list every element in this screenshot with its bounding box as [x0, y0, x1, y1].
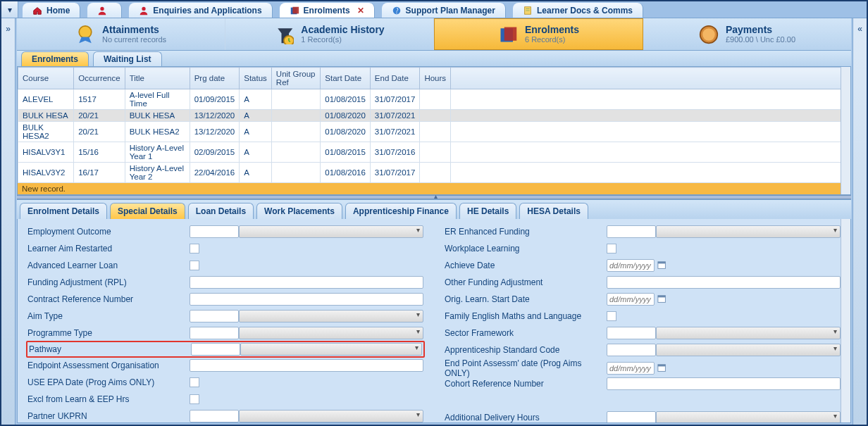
table-row[interactable]: HISALV3Y216/17History A-Level Year 222/0… [18, 163, 850, 183]
text-input[interactable] [607, 225, 656, 238]
grid-cell [271, 163, 320, 183]
date-input[interactable] [607, 293, 655, 306]
dropdown[interactable] [239, 410, 423, 422]
detail-tab-row: Enrolment DetailsSpecial DetailsLoan Det… [17, 199, 851, 219]
calendar-icon[interactable] [657, 261, 667, 270]
field-label: Cohort Reference Number [445, 379, 607, 389]
grid-header[interactable]: Course [18, 68, 74, 89]
detail-tab-he-details[interactable]: HE Details [459, 203, 516, 219]
svg-rect-14 [504, 27, 517, 40]
app-tab-support-plan-manager[interactable]: Support Plan Manager [382, 3, 506, 18]
detail-tab-apprenticeship-finance[interactable]: Apprenticeship Finance [345, 203, 457, 219]
dropdown[interactable] [240, 343, 422, 356]
expand-right-rail[interactable]: « [852, 18, 867, 425]
grid-header[interactable]: Unit Group Ref [271, 68, 320, 89]
checkbox[interactable] [190, 261, 199, 270]
field-label: ER Enhanced Funding [445, 227, 607, 237]
grid-header[interactable]: Occurrence [74, 68, 125, 89]
grid-cell: 01/08/2016 [321, 163, 371, 183]
summary-card-enrolments[interactable]: Enrolments6 Record(s) [434, 18, 643, 50]
svg-point-2 [101, 6, 104, 10]
date-input[interactable] [607, 362, 655, 375]
grid-scrollbar[interactable] [841, 67, 850, 194]
expand-left-rail[interactable]: » [1, 18, 16, 425]
summary-card-attainments[interactable]: AttainmentsNo current records [17, 18, 225, 50]
app-tab-enquiries-and-applications[interactable]: Enquiries and Applications [129, 3, 272, 18]
detail-tab-special-details[interactable]: Special Details [110, 203, 185, 219]
detail-tab-work-placements[interactable]: Work Placements [256, 203, 342, 219]
text-input[interactable] [190, 225, 239, 238]
field-label: Achieve Date [445, 261, 607, 270]
field-funding-adjustment-rpl-: Funding Adjustment (RPL) [27, 274, 423, 291]
checkbox[interactable] [190, 377, 199, 387]
grid-header[interactable]: Hours [420, 68, 451, 89]
grid-cell: 13/12/2020 [190, 110, 240, 122]
grid-header[interactable]: End Date [370, 68, 420, 89]
field-label: Family English Maths and Language [445, 311, 607, 321]
table-row[interactable]: BULK HESA20/21BULK HESA13/12/2020A01/08/… [18, 110, 850, 122]
text-input[interactable] [607, 276, 841, 289]
grid-cell [271, 110, 320, 122]
enrolment-grid[interactable]: CourseOccurrenceTitlePrg dateStatusUnit … [18, 67, 850, 183]
dropdown[interactable] [239, 327, 423, 339]
dropdown[interactable] [656, 411, 841, 423]
text-input[interactable] [190, 276, 423, 289]
app-tab-learner-docs-comms[interactable]: Learner Docs & Comms [513, 3, 643, 18]
text-input[interactable] [190, 310, 239, 322]
dropdown[interactable] [656, 344, 841, 356]
app-tab-learner[interactable] [87, 3, 122, 18]
detail-tab-hesa-details[interactable]: HESA Details [519, 203, 588, 219]
field-label: Funding Adjustment (RPL) [27, 277, 190, 287]
grid-cell: 20/21 [74, 110, 125, 122]
dropdown[interactable] [656, 327, 841, 339]
detail-tab-enrolment-details[interactable]: Enrolment Details [20, 203, 107, 219]
dropdown[interactable] [239, 310, 423, 322]
text-input[interactable] [607, 327, 656, 339]
calendar-icon[interactable] [657, 294, 667, 304]
field-label: Partner UKPRN [27, 411, 190, 421]
detail-tab-loan-details[interactable]: Loan Details [188, 203, 254, 219]
detail-resize-handle[interactable] [17, 195, 851, 199]
field-label: Excl from Learn & EEP Hrs [27, 394, 190, 404]
app-menu-dropdown[interactable]: ▾ [1, 1, 18, 18]
grid-header[interactable]: Title [125, 68, 190, 89]
dropdown[interactable] [239, 225, 423, 238]
app-tab-enrolments[interactable]: Enrolments✕ [280, 3, 375, 18]
card-subtitle: 1 Record(s) [301, 35, 384, 44]
checkbox[interactable] [190, 244, 199, 253]
checkbox[interactable] [190, 394, 199, 404]
dropdown[interactable] [656, 225, 841, 238]
enrol-icon [498, 25, 518, 44]
text-input[interactable] [607, 344, 656, 356]
field-family-english-maths-and-language: Family English Maths and Language [445, 308, 841, 325]
field-employment-outcome: Employment Outcome [27, 223, 423, 240]
sub-tab-waiting-list[interactable]: Waiting List [93, 51, 162, 66]
svg-rect-5 [292, 6, 299, 13]
date-input[interactable] [607, 259, 655, 272]
field-excl-from-learn-eep-hrs: Excl from Learn & EEP Hrs [27, 391, 423, 408]
calendar-icon[interactable] [657, 363, 667, 373]
svg-point-16 [702, 28, 715, 41]
checkbox[interactable] [607, 244, 616, 253]
close-icon[interactable]: ✕ [357, 6, 364, 15]
grid-header[interactable]: Prg date [190, 68, 240, 89]
app-tab-home[interactable]: Home [23, 3, 80, 18]
form-scrollbar[interactable] [841, 219, 850, 422]
table-row[interactable]: BULK HESA220/21BULK HESA213/12/2020A01/0… [18, 122, 850, 142]
sub-tab-enrolments[interactable]: Enrolments [21, 51, 89, 66]
summary-card-payments[interactable]: Payments£900.00 \ Unc £0.00 [643, 18, 851, 50]
checkbox[interactable] [607, 311, 616, 321]
text-input[interactable] [190, 293, 423, 306]
grid-header[interactable]: Start Date [321, 68, 371, 89]
table-row[interactable]: HISALV3Y115/16History A-Level Year 102/0… [18, 142, 850, 163]
text-input[interactable] [191, 343, 240, 356]
text-input[interactable] [607, 411, 656, 423]
summary-card-academic-history[interactable]: Academic History1 Record(s) [225, 18, 434, 50]
text-input[interactable] [190, 327, 239, 339]
text-input[interactable] [607, 377, 841, 390]
grid-header[interactable]: Status [240, 68, 272, 89]
grid-cell: 16/17 [74, 163, 125, 183]
table-row[interactable]: ALEVEL1517A-level Full Time01/09/2015A01… [18, 89, 850, 110]
text-input[interactable] [190, 410, 239, 422]
text-input[interactable] [190, 359, 423, 372]
